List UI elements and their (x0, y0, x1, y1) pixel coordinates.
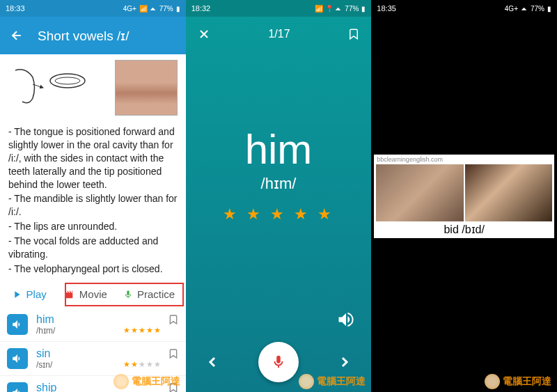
clock: 18:32 (191, 4, 211, 13)
status-indicators: 4G+ ⏶ 77% ▮ (505, 5, 551, 13)
flashcard-stars: ★ ★ ★ ★ ★ (186, 205, 372, 224)
next-button[interactable] (336, 354, 353, 370)
word-row[interactable]: him /hɪm/ ★★★★★ (0, 308, 186, 341)
status-bar: 18:33 4G+ 📶 ⏶ 77% ▮ (0, 0, 186, 17)
status-bar: 18:32 📶 📍 ⏶ 77% ▮ (186, 0, 372, 17)
speaker-button[interactable] (336, 310, 356, 329)
flashcard-phonetic: /hɪm/ (186, 175, 372, 193)
face-front (465, 164, 552, 221)
watermark: 電腦王阿達 (113, 374, 180, 389)
flashcard-nav: 1/17 (186, 17, 372, 52)
prev-button[interactable] (204, 354, 221, 370)
audio-button[interactable] (7, 314, 28, 335)
video-source: bbclearningenglish.com (374, 155, 554, 164)
screen-instruction: 18:33 4G+ 📶 ⏶ 77% ▮ Short vowels /ɪ/ - T… (0, 0, 186, 392)
action-bar: Play Movie Practice (0, 281, 186, 308)
face-side (376, 164, 463, 221)
watermark: 電腦王阿達 (485, 374, 551, 389)
flashcard-content: him /hɪm/ ★ ★ ★ ★ ★ (186, 125, 372, 224)
screen-video: 18:35 4G+ ⏶ 77% ▮ bbclearningenglish.com… (371, 0, 557, 392)
rating-stars: ★★★★★ (123, 326, 162, 335)
movie-button[interactable]: Movie (63, 288, 107, 301)
card-counter: 1/17 (268, 28, 290, 40)
close-button[interactable] (197, 27, 211, 41)
description-text: - The tongue is positioned forward and s… (0, 121, 186, 281)
page-title: Short vowels /ɪ/ (38, 28, 130, 44)
rating-stars: ★★★★★ (123, 360, 162, 369)
word-row[interactable]: sin /sɪn/ ★★★★★ (0, 342, 186, 375)
status-indicators: 4G+ 📶 ⏶ 77% ▮ (123, 5, 180, 13)
video-frame[interactable]: bbclearningenglish.com bid /bɪd/ (374, 155, 554, 238)
flashcard-word: him (186, 125, 372, 173)
status-indicators: 📶 📍 ⏶ 77% ▮ (315, 5, 366, 13)
practice-button[interactable]: Practice (123, 288, 175, 301)
bookmark-button[interactable] (347, 27, 360, 41)
audio-button[interactable] (7, 382, 28, 392)
record-button[interactable] (258, 342, 299, 382)
audio-button[interactable] (7, 348, 28, 369)
word-text: sin (36, 347, 168, 360)
illustration-row (0, 54, 186, 121)
bookmark-icon[interactable] (168, 313, 179, 326)
video-faces (374, 164, 554, 221)
mouth-photo (115, 60, 178, 116)
svg-point-1 (55, 77, 80, 84)
mouth-diagram (8, 60, 92, 116)
back-button[interactable] (10, 29, 24, 42)
clock: 18:33 (6, 4, 25, 13)
play-button[interactable]: Play (11, 288, 47, 301)
bookmark-icon[interactable] (168, 347, 179, 360)
screen-flashcard: 18:32 📶 📍 ⏶ 77% ▮ 1/17 him /hɪm/ ★ ★ ★ ★… (186, 0, 372, 392)
video-caption: bid /bɪd/ (374, 221, 554, 237)
clock: 18:35 (377, 4, 396, 13)
app-header: Short vowels /ɪ/ (0, 17, 186, 54)
status-bar: 18:35 4G+ ⏶ 77% ▮ (371, 0, 557, 17)
watermark: 電腦王阿達 (299, 374, 366, 389)
word-text: him (36, 313, 168, 326)
